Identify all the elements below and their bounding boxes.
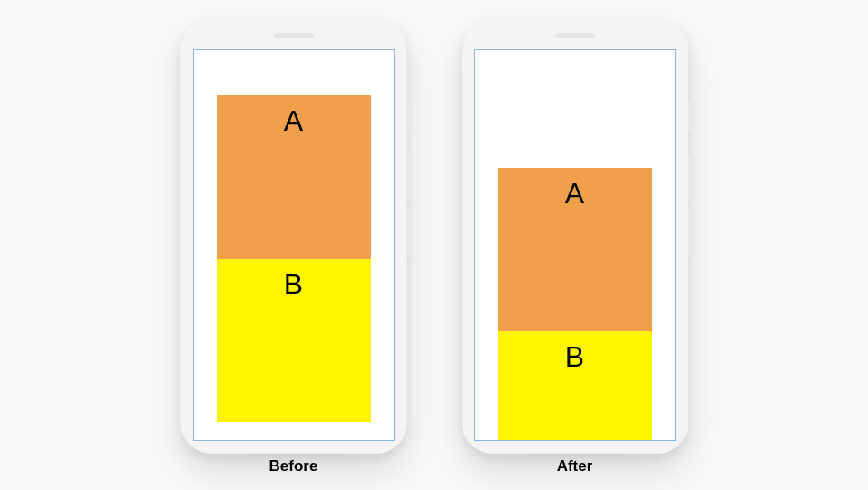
phone-side-button [688, 100, 691, 132]
block-a: A [217, 95, 371, 259]
phone-side-button [407, 100, 410, 132]
block-b: B [498, 331, 652, 441]
phone-before-wrap: A B Before [180, 18, 407, 475]
caption-before: Before [269, 457, 318, 475]
phone-screen: A B [474, 49, 676, 441]
phone-side-button [407, 154, 410, 201]
diagram-stage: A B Before A B After [0, 0, 868, 490]
phone-screen: A B [193, 49, 395, 441]
caption-after: After [557, 457, 593, 475]
phone-side-button [688, 209, 691, 256]
phone-before: A B [180, 18, 407, 454]
block-a: A [498, 168, 652, 331]
phone-side-button [688, 154, 691, 201]
phone-after-wrap: A B After [462, 18, 688, 475]
phone-side-button [407, 209, 410, 256]
phone-after: A B [462, 18, 688, 454]
block-b: B [217, 259, 371, 422]
